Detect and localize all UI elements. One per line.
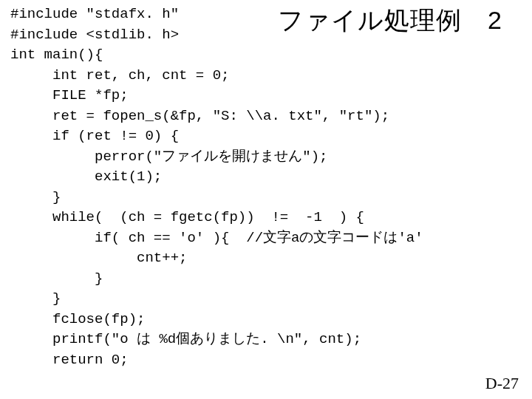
code-line: #include <stdlib. h>: [10, 27, 179, 43]
code-line: }: [10, 270, 103, 287]
code-line: }: [10, 189, 61, 205]
code-block: #include "stdafx. h" #include <stdlib. h…: [10, 4, 423, 370]
code-line: }: [10, 290, 61, 307]
code-line: while( (ch = fgetc(fp)) != -1 ) {: [10, 209, 364, 225]
code-line: if( ch == 'o' ){ //文字aの文字コードは'a': [10, 230, 423, 246]
code-line: int main(){: [10, 47, 103, 63]
code-line: #include "stdafx. h": [10, 6, 179, 22]
code-line: ret = fopen_s(&fp, "S: \\a. txt", "rt");: [10, 108, 389, 124]
code-line: perror("ファイルを開けません");: [10, 149, 327, 165]
slide: ファイル処理例 2 #include "stdafx. h" #include …: [0, 0, 532, 399]
code-line: cnt++;: [10, 250, 187, 266]
code-line: exit(1);: [10, 168, 162, 185]
code-line: return 0;: [10, 352, 129, 368]
code-line: if (ret != 0) {: [10, 128, 179, 144]
code-line: printf("o は %d個ありました. \n", cnt);: [10, 331, 361, 347]
page-number: D-27: [485, 374, 519, 393]
code-line: int ret, ch, cnt = 0;: [10, 67, 229, 83]
code-line: FILE *fp;: [10, 87, 129, 103]
code-line: fclose(fp);: [10, 311, 145, 327]
